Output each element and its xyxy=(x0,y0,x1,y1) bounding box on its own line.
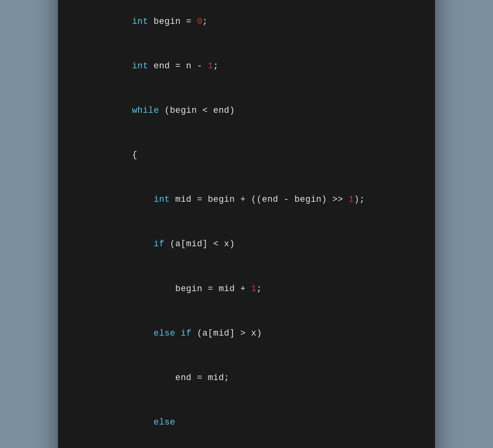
else-if-line: else if (a[mid] > x) xyxy=(78,311,415,355)
begin-assign: begin = mid + 1; xyxy=(78,266,415,311)
if-line: if (a[mid] < x) xyxy=(78,222,415,266)
end-assign: end = mid; xyxy=(78,356,415,400)
return-mid: return mid; xyxy=(78,445,415,448)
else-line: else xyxy=(78,400,415,445)
end-decl: int end = n - 1; xyxy=(78,44,415,88)
mid-decl: int mid = begin + ((end - begin) >> 1); xyxy=(78,178,415,222)
code-editor: // 计算BinarySearch的时间复杂度？ int BinarySearc… xyxy=(58,0,435,448)
while-line: while (begin < end) xyxy=(78,88,415,133)
code-window: // 计算BinarySearch的时间复杂度？ int BinarySearc… xyxy=(58,0,435,448)
open-brace-inner: { xyxy=(78,133,415,178)
begin-decl: int begin = 0; xyxy=(78,0,415,44)
